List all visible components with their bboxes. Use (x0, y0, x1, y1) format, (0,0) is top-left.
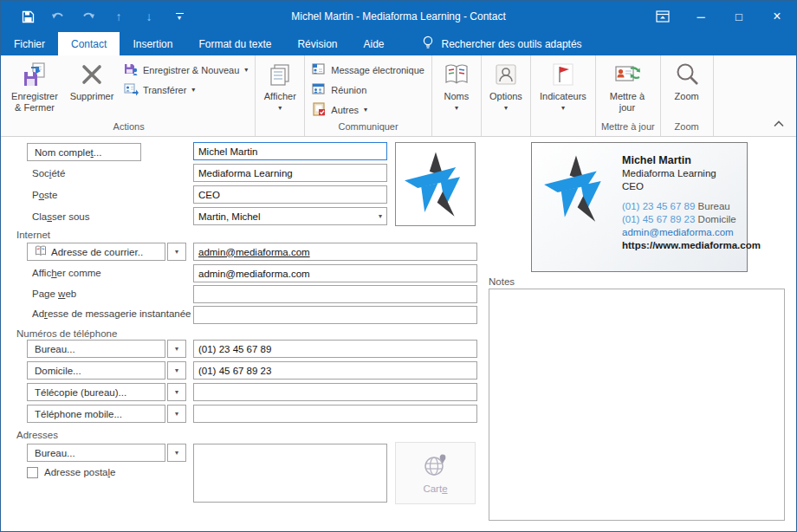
tell-me-search[interactable]: Rechercher des outils adaptés (422, 32, 582, 55)
map-button-label: Carte (423, 483, 447, 494)
group-label-indicateurs (533, 121, 593, 136)
forward-button[interactable]: Transférer ▾ (119, 80, 253, 100)
full-name-input[interactable] (193, 142, 387, 160)
afficher-button[interactable]: Afficher ▾ (257, 57, 302, 121)
close-button[interactable]: × (758, 1, 796, 32)
tab-format-du-texte[interactable]: Format du texte (185, 32, 284, 55)
tab-revision[interactable]: Révision (284, 32, 350, 55)
im-address-input[interactable] (193, 306, 477, 324)
save-new-label: Enregistrer & Nouveau (143, 65, 239, 75)
job-title-label: Poste (32, 190, 57, 200)
zoom-label: Zoom (675, 91, 699, 102)
noms-button[interactable]: Noms ▾ (434, 57, 479, 121)
tab-contact[interactable]: Contact (58, 32, 120, 55)
phone-type-button-2[interactable]: Domicile... (27, 361, 165, 380)
update-contact-icon (613, 61, 641, 88)
ribbon: Enregistrer & Fermer Supprimer Enregistr… (1, 55, 796, 137)
phone-type-dropdown-4[interactable]: ▾ (167, 405, 186, 423)
ribbon-group-options: Options ▾ (482, 55, 531, 136)
globe-pin-icon (423, 452, 449, 480)
notes-textarea[interactable] (489, 289, 785, 521)
options-button[interactable]: Options ▾ (483, 57, 528, 121)
chevron-down-icon: ▾ (379, 212, 382, 220)
group-label-noms (434, 121, 479, 136)
job-title-input[interactable] (193, 185, 387, 204)
meeting-icon (312, 82, 327, 98)
autres-button[interactable]: Autres ▾ (307, 100, 430, 120)
message-electronique-button[interactable]: Message électronique (307, 60, 430, 80)
chevron-down-icon: ▾ (278, 104, 282, 112)
quick-access-toolbar: ↑ ↓ ▼ (1, 9, 187, 24)
person-options-icon (494, 61, 518, 88)
card-phone-bureau: (01) 23 45 67 89 Bureau (622, 200, 761, 213)
mettre-a-jour-label: Mettre à jour (602, 91, 652, 113)
customize-qat-icon[interactable]: ▼ (172, 9, 187, 24)
file-as-label: Classer sous (32, 211, 89, 222)
outlook-contact-window: ↑ ↓ ▼ Michel Martin - Mediaforma Learnin… (0, 0, 797, 532)
save-close-button[interactable]: Enregistrer & Fermer (4, 57, 65, 121)
email-type-label: Adresse de courrier.. (51, 247, 143, 257)
chevron-down-icon: ▾ (561, 104, 565, 112)
lightbulb-icon (422, 36, 434, 52)
phone-input-3[interactable] (193, 383, 477, 401)
phone-type-dropdown-1[interactable]: ▾ (167, 340, 186, 358)
file-as-combo[interactable]: Martin, Michel ▾ (193, 207, 387, 225)
tab-fichier[interactable]: Fichier (1, 32, 58, 55)
display-as-label: Afficher comme (32, 268, 101, 278)
phone-input-4[interactable] (193, 405, 477, 423)
company-label: Société (32, 168, 65, 178)
ribbon-tabs: Fichier Contact Insertion Format du text… (1, 32, 796, 55)
group-label-afficher (257, 121, 302, 136)
window-controls: ─ □ × (644, 1, 796, 32)
minimize-button[interactable]: ─ (682, 1, 720, 32)
afficher-label: Afficher (264, 91, 296, 102)
undo-icon[interactable] (50, 9, 66, 24)
redo-icon[interactable] (81, 9, 96, 24)
collapse-ribbon-button[interactable] (774, 115, 796, 136)
reunion-button[interactable]: Réunion (307, 80, 430, 100)
web-page-input[interactable] (193, 285, 477, 303)
phone-type-button-1[interactable]: Bureau... (27, 340, 165, 358)
phone-input-2[interactable] (193, 361, 477, 380)
tab-insertion[interactable]: Insertion (120, 32, 185, 55)
map-button[interactable]: Carte (395, 442, 476, 504)
tab-aide[interactable]: Aide (350, 32, 397, 55)
mettre-a-jour-button[interactable]: Mettre à jour (598, 57, 657, 121)
email-type-button[interactable]: Adresse de courrier.. (27, 243, 165, 261)
email-input[interactable] (193, 243, 477, 261)
company-input[interactable] (193, 164, 387, 182)
address-textarea[interactable] (193, 444, 387, 503)
save-icon[interactable] (20, 9, 36, 24)
phone-type-button-3[interactable]: Télécopie (bureau)... (27, 383, 165, 401)
address-book-small-icon (35, 245, 47, 258)
email-type-dropdown[interactable]: ▾ (167, 243, 186, 261)
maximize-button[interactable]: □ (720, 1, 758, 32)
full-name-button[interactable]: Nom complet... (27, 143, 141, 161)
phone-input-1[interactable] (193, 340, 477, 358)
display-as-input[interactable] (193, 264, 477, 282)
postal-address-checkbox[interactable] (27, 467, 38, 478)
afficher-icon (268, 61, 292, 88)
phone-type-button-4[interactable]: Téléphone mobile... (27, 405, 165, 423)
delete-button[interactable]: Supprimer (65, 57, 119, 121)
indicateurs-button[interactable]: Indicateurs ▾ (533, 57, 593, 121)
group-label-zoom: Zoom (663, 121, 711, 136)
phone-type-dropdown-3[interactable]: ▾ (167, 383, 186, 401)
delete-icon (80, 61, 104, 88)
address-type-button[interactable]: Bureau... (27, 444, 165, 462)
forward-icon (124, 82, 139, 98)
more-options-icon (312, 102, 327, 118)
address-type-dropdown[interactable]: ▾ (167, 444, 186, 462)
address-book-icon (444, 61, 470, 88)
save-new-button[interactable]: Enregistrer & Nouveau ▾ (119, 60, 253, 80)
ribbon-display-options-icon[interactable] (644, 1, 682, 32)
contact-photo[interactable] (395, 142, 476, 226)
move-down-icon[interactable]: ↓ (141, 9, 157, 24)
card-name: Michel Martin (622, 153, 761, 167)
move-up-icon[interactable]: ↑ (111, 9, 126, 24)
chevron-down-icon: ▾ (244, 66, 248, 74)
postal-address-label: Adresse postale (44, 467, 115, 477)
phone-type-dropdown-2[interactable]: ▾ (167, 361, 186, 380)
zoom-button[interactable]: Zoom (663, 57, 711, 121)
card-job-title: CEO (622, 180, 761, 193)
